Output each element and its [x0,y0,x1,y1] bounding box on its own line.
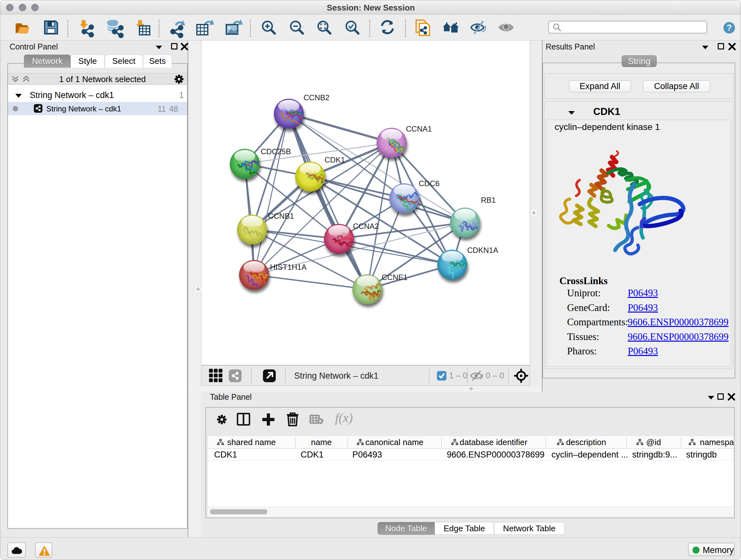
svg-text:HIST1H1A: HIST1H1A [270,263,307,271]
svg-text:RB1: RB1 [481,196,496,204]
svg-text:CCNB1: CCNB1 [268,212,294,220]
svg-text:CDC25B: CDC25B [261,147,291,156]
svg-text:CDC6: CDC6 [419,179,440,188]
svg-text:CCNA1: CCNA1 [406,125,432,133]
svg-text:CDK1: CDK1 [325,155,345,164]
svg-text:CCNA2: CCNA2 [353,222,379,231]
svg-text:CCNE1: CCNE1 [382,273,408,282]
svg-text:CCNB2: CCNB2 [304,93,329,102]
svg-text:CDKN1A: CDKN1A [467,246,498,254]
